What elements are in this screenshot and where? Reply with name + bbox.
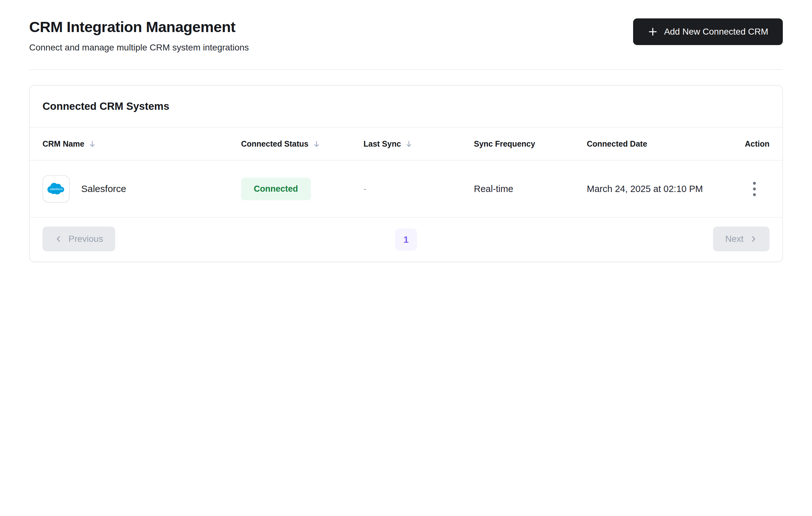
- page-number-button[interactable]: 1: [395, 228, 417, 251]
- action-cell: [726, 181, 770, 197]
- page-subtitle: Connect and manage multiple CRM system i…: [29, 43, 249, 53]
- status-badge: Connected: [241, 178, 311, 200]
- row-actions-button[interactable]: [746, 181, 762, 197]
- connected-crm-card: Connected CRM Systems CRM Name Connected…: [29, 85, 783, 262]
- kebab-icon: [753, 182, 756, 185]
- add-new-crm-button[interactable]: Add New Connected CRM: [633, 19, 783, 45]
- salesforce-logo: salesforce: [42, 175, 70, 202]
- previous-button[interactable]: Previous: [42, 226, 115, 251]
- column-header-crm-name[interactable]: CRM Name: [42, 139, 241, 148]
- chevron-left-icon: [55, 235, 63, 243]
- column-header-connected-status[interactable]: Connected Status: [241, 139, 364, 148]
- column-header-connected-date: Connected Date: [587, 139, 726, 148]
- next-button[interactable]: Next: [713, 226, 770, 251]
- column-header-sync-frequency: Sync Frequency: [474, 139, 587, 148]
- column-label: Last Sync: [364, 139, 401, 148]
- add-new-crm-button-label: Add New Connected CRM: [664, 27, 768, 37]
- plus-icon: [648, 27, 658, 37]
- salesforce-cloud-icon: salesforce: [46, 181, 67, 196]
- column-header-last-sync[interactable]: Last Sync: [364, 139, 474, 148]
- kebab-icon: [753, 188, 756, 190]
- chevron-right-icon: [749, 235, 757, 243]
- sync-frequency-cell: Real-time: [474, 184, 587, 194]
- sort-desc-icon: [88, 140, 96, 148]
- card-title: Connected CRM Systems: [42, 100, 770, 112]
- column-label: Action: [745, 139, 770, 148]
- table-row: salesforce Salesforce Connected - Real-t…: [30, 161, 782, 218]
- page-title: CRM Integration Management: [29, 19, 249, 35]
- next-button-label: Next: [725, 234, 744, 244]
- pagination: Previous 1 Next: [30, 218, 782, 262]
- previous-button-label: Previous: [68, 234, 103, 244]
- card-header: Connected CRM Systems: [30, 86, 782, 128]
- sort-desc-icon: [405, 140, 413, 148]
- column-label: Connected Status: [241, 139, 309, 148]
- table-header-row: CRM Name Connected Status Last Sync Sync…: [30, 128, 782, 161]
- kebab-icon: [753, 193, 756, 196]
- column-label: Connected Date: [587, 139, 647, 148]
- page-header-text: CRM Integration Management Connect and m…: [29, 19, 249, 53]
- crm-name: Salesforce: [81, 184, 126, 194]
- connected-date-cell: March 24, 2025 at 02:10 PM: [587, 184, 726, 194]
- crm-name-cell: salesforce Salesforce: [42, 175, 241, 202]
- svg-text:salesforce: salesforce: [50, 188, 62, 191]
- column-label: Sync Frequency: [474, 139, 535, 148]
- column-header-action: Action: [726, 139, 770, 148]
- sort-desc-icon: [313, 140, 321, 148]
- column-label: CRM Name: [42, 139, 84, 148]
- main-container: CRM Integration Management Connect and m…: [29, 0, 783, 262]
- last-sync-cell: -: [364, 184, 474, 194]
- page-header: CRM Integration Management Connect and m…: [29, 19, 783, 70]
- status-cell: Connected: [241, 178, 364, 200]
